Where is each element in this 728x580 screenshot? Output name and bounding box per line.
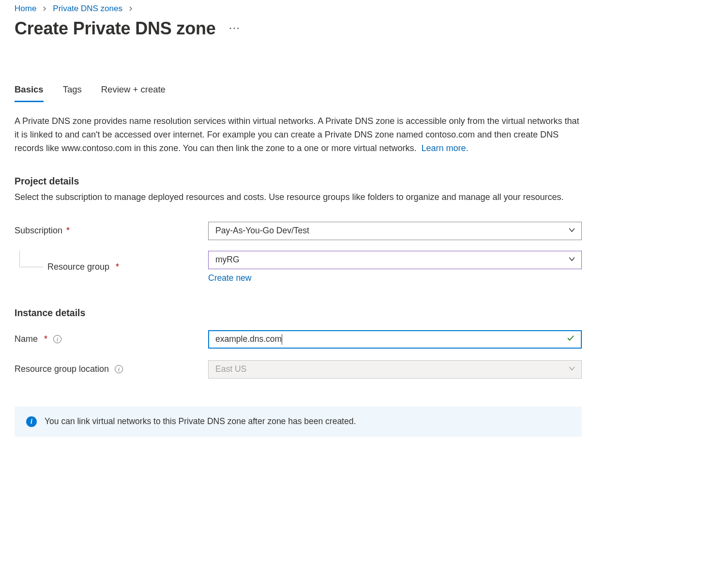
name-input[interactable]: example.dns.com: [208, 330, 582, 349]
more-actions-icon[interactable]: ···: [229, 24, 241, 34]
section-project-details-title: Project details: [15, 176, 582, 187]
rg-location-label: Resource group location i: [15, 364, 208, 374]
chevron-down-icon: [568, 364, 576, 374]
tab-tags[interactable]: Tags: [63, 84, 82, 102]
resource-group-select[interactable]: myRG: [208, 251, 582, 269]
section-project-details-desc: Select the subscription to manage deploy…: [15, 191, 582, 204]
info-text: You can link virtual networks to this Pr…: [45, 416, 356, 427]
breadcrumb-home[interactable]: Home: [15, 4, 36, 14]
breadcrumb-private-dns-zones[interactable]: Private DNS zones: [53, 4, 122, 14]
learn-more-link[interactable]: Learn more.: [421, 143, 468, 153]
subscription-select[interactable]: Pay-As-You-Go Dev/Test: [208, 222, 582, 240]
chevron-down-icon: [568, 226, 576, 236]
info-icon[interactable]: i: [115, 365, 123, 373]
required-icon: *: [113, 262, 119, 272]
chevron-right-icon: [42, 5, 47, 12]
check-icon: [566, 334, 575, 345]
chevron-right-icon: [128, 5, 133, 12]
info-icon[interactable]: i: [53, 335, 61, 343]
required-icon: *: [66, 226, 70, 236]
info-icon: i: [26, 416, 37, 427]
rg-location-select: East US: [208, 360, 582, 379]
tab-basics[interactable]: Basics: [15, 84, 44, 102]
chevron-down-icon: [568, 255, 576, 265]
breadcrumb: Home Private DNS zones: [15, 0, 582, 14]
name-label: Name * i: [15, 334, 208, 344]
tabs: Basics Tags Review + create: [15, 84, 582, 102]
page-title: Create Private DNS zone: [15, 18, 216, 39]
tab-review-create[interactable]: Review + create: [101, 84, 166, 102]
resource-group-label: Resource group *: [15, 262, 208, 272]
section-instance-details-title: Instance details: [15, 307, 582, 319]
required-icon: *: [42, 334, 47, 344]
create-new-rg-link[interactable]: Create new: [208, 273, 252, 283]
intro-text: A Private DNS zone provides name resolut…: [15, 115, 582, 155]
info-banner: i You can link virtual networks to this …: [15, 407, 582, 437]
subscription-label: Subscription*: [15, 226, 208, 236]
